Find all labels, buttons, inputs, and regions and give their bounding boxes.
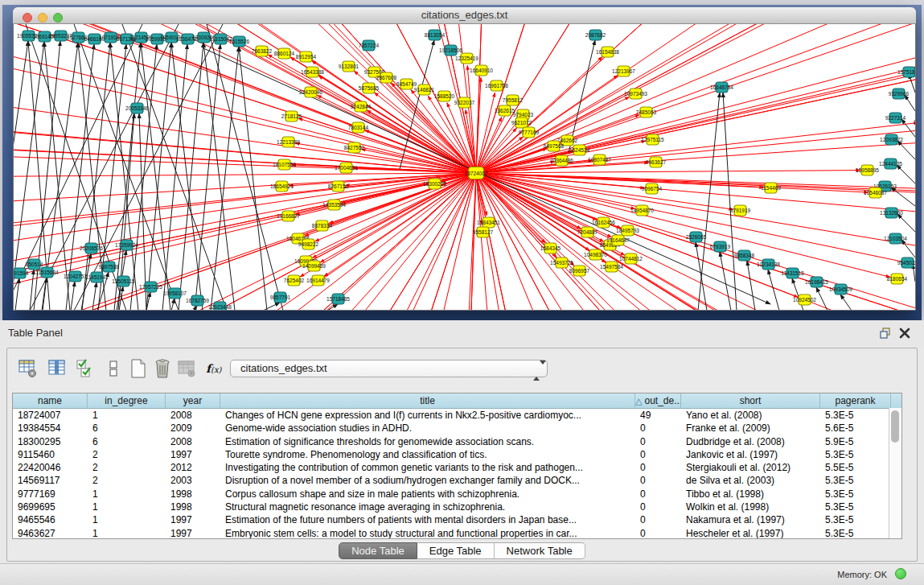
table-cell[interactable]: Estimation of significance thresholds fo… <box>220 435 635 448</box>
table-cell[interactable]: 0 <box>635 461 681 474</box>
network-node[interactable]: 2526065 <box>686 232 707 242</box>
table-cell[interactable]: 1997 <box>166 448 220 461</box>
table-cell[interactable]: 2 <box>88 474 166 487</box>
scrollbar-thumb[interactable] <box>891 410 899 443</box>
table-cell[interactable]: 5.6E-5 <box>820 422 891 435</box>
table-cell[interactable]: 0 <box>635 435 681 448</box>
table-cell[interactable]: Wolkin et al. (1998) <box>681 501 820 513</box>
network-node[interactable]: 18727799 <box>914 117 915 127</box>
table-cell[interactable]: 5.9E-5 <box>820 435 891 448</box>
network-node[interactable]: 12975115 <box>641 134 664 145</box>
network-node[interactable]: 16640910 <box>470 65 493 76</box>
table-cell[interactable]: 1 <box>88 527 166 539</box>
network-node[interactable]: 17004651 <box>335 163 358 173</box>
column-header-year[interactable]: year <box>166 393 220 408</box>
column-header-name[interactable]: name <box>13 393 88 408</box>
table-cell[interactable]: 1997 <box>166 513 220 526</box>
float-window-icon[interactable] <box>879 327 892 340</box>
table-row[interactable]: 2242004622012Investigating the contribut… <box>13 461 901 474</box>
table-cell[interactable]: 1 <box>88 409 166 422</box>
table-cell[interactable]: Corpus callosum shape and size in male p… <box>220 488 635 501</box>
network-node[interactable]: 16648784 <box>710 82 733 93</box>
network-node[interactable]: 10934509 <box>829 284 852 295</box>
table-cell[interactable]: Hescheler et al. (1997) <box>681 527 820 539</box>
network-node[interactable]: 18107553 <box>273 159 296 170</box>
table-cell[interactable]: 18724007 <box>13 409 88 422</box>
network-node[interactable]: 14954870 <box>630 205 654 216</box>
tab-edge-table[interactable]: Edge Table <box>417 542 495 559</box>
tab-node-table[interactable]: Node Table <box>339 542 417 559</box>
network-node[interactable]: 8096957 <box>569 266 590 276</box>
table-cell[interactable]: 5.5E-5 <box>820 461 891 474</box>
network-node[interactable]: 16961758 <box>485 80 508 91</box>
table-cell[interactable]: 18300295 <box>13 435 88 448</box>
network-node[interactable]: 16154838 <box>596 47 619 57</box>
network-node[interactable]: 9227314 <box>885 113 906 123</box>
table-cell[interactable]: 6 <box>88 435 166 448</box>
table-row[interactable]: 946554611997Estimation of the future num… <box>13 513 901 526</box>
column-header-short[interactable]: short <box>681 393 820 408</box>
table-cell[interactable]: 5.3E-5 <box>820 488 891 501</box>
table-row[interactable]: 969969511998Structural magnetic resonanc… <box>13 501 901 513</box>
table-cell[interactable]: Disruption of a novel member of a sodium… <box>220 474 635 487</box>
table-row[interactable]: 911546021997Tourette syndrome. Phenomeno… <box>13 448 901 461</box>
network-node[interactable]: 2087682 <box>585 30 606 40</box>
network-canvas[interactable]: 1905572420691406109532371527660264661601… <box>13 24 916 311</box>
table-cell[interactable]: 19384554 <box>13 422 88 435</box>
table-cell[interactable]: 5.3E-5 <box>820 448 891 461</box>
network-node[interactable]: 2718126 <box>281 111 302 122</box>
table-cell[interactable]: 2 <box>88 461 166 474</box>
network-node[interactable]: 12213389 <box>277 137 300 147</box>
network-node[interactable]: 7955812 <box>503 95 524 105</box>
network-node[interactable]: 10744812 <box>619 253 643 264</box>
network-node[interactable]: 15718485 <box>326 294 350 304</box>
table-cell[interactable]: Dudbridge et al. (2008) <box>681 435 820 448</box>
network-node[interactable]: 16198415 <box>805 277 828 287</box>
table-cell[interactable]: Stergiakouli et al. (2012) <box>681 461 820 474</box>
network-node[interactable]: 7663822 <box>252 46 273 56</box>
network-node[interactable]: 7485063 <box>636 107 657 117</box>
table-cell[interactable]: 0 <box>635 513 681 526</box>
table-cell[interactable]: 1 <box>88 501 166 513</box>
network-node[interactable]: 7357224 <box>359 40 380 51</box>
unselect-all-rows-icon[interactable] <box>103 358 124 379</box>
network-node[interactable]: 20053346 <box>125 103 149 113</box>
table-vertical-scrollbar[interactable] <box>889 408 901 538</box>
network-node[interactable]: 9858348 <box>734 250 755 261</box>
table-row[interactable]: 946362711997Embryonic stem cells: a mode… <box>13 527 901 539</box>
close-icon[interactable] <box>898 327 911 340</box>
table-cell[interactable]: 0 <box>635 488 681 501</box>
network-node[interactable]: 16914479 <box>306 275 330 286</box>
table-cell[interactable]: 0 <box>635 474 681 487</box>
table-cell[interactable]: 5.3E-5 <box>820 474 891 487</box>
table-cell[interactable]: 9777169 <box>13 488 88 501</box>
table-cell[interactable]: Tibbo et al. (1998) <box>681 488 820 501</box>
table-cell[interactable]: 0 <box>635 527 681 539</box>
table-cell[interactable]: Nakamura et al. (1997) <box>681 513 820 526</box>
network-node[interactable]: 7625402 <box>284 275 305 286</box>
table-cell[interactable]: 0 <box>635 448 681 461</box>
network-node[interactable]: 9777169 <box>519 127 540 138</box>
table-cell[interactable]: Structural magnetic resonance image aver… <box>220 501 635 513</box>
table-cell[interactable]: 2 <box>88 448 166 461</box>
memory-ok-icon[interactable] <box>895 568 906 579</box>
table-cell[interactable]: 1 <box>88 513 166 526</box>
table-cell[interactable]: 6 <box>88 422 166 435</box>
network-node[interactable]: 8791919 <box>730 205 751 216</box>
table-cell[interactable]: 5.3E-5 <box>820 501 891 513</box>
network-node[interactable]: 18654921 <box>270 181 294 192</box>
table-cell[interactable]: Investigating the contribution of common… <box>220 461 635 474</box>
table-cell[interactable]: 1998 <box>166 501 220 513</box>
function-builder-icon[interactable]: f (x) <box>203 358 224 379</box>
table-cell[interactable]: 9463627 <box>13 527 88 539</box>
network-node[interactable]: 19218506 <box>439 45 462 56</box>
tab-network-table[interactable]: Network Table <box>495 542 585 559</box>
table-cell[interactable]: 49 <box>635 409 681 422</box>
network-node[interactable]: 10498370 <box>584 249 607 260</box>
table-cell[interactable]: 2003 <box>166 474 220 487</box>
network-node[interactable]: 12213967 <box>612 66 635 76</box>
table-cell[interactable]: Embryonic stem cells: a model to study s… <box>220 527 635 539</box>
network-node[interactable]: 9096754 <box>642 183 663 194</box>
table-cell[interactable]: 5.3E-5 <box>820 527 891 539</box>
table-cell[interactable]: 2012 <box>166 461 220 474</box>
